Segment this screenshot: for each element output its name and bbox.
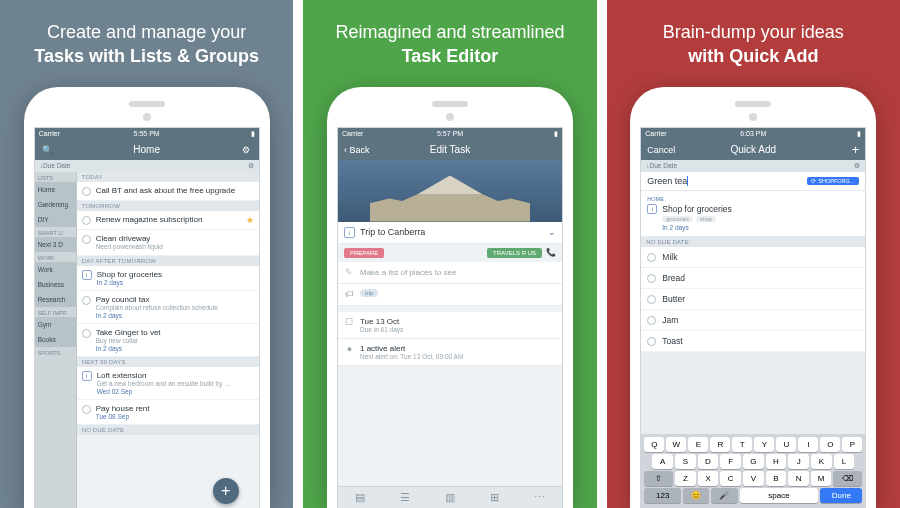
checkbox[interactable] bbox=[82, 329, 91, 338]
settings-icon[interactable]: ⚙ bbox=[239, 145, 253, 155]
key[interactable]: W bbox=[666, 437, 686, 452]
checkbox[interactable] bbox=[82, 187, 91, 196]
done-key[interactable]: Done bbox=[820, 488, 862, 503]
sidebar-item[interactable]: DIY bbox=[35, 212, 76, 227]
tab-3[interactable]: ▥ bbox=[428, 487, 473, 508]
key[interactable]: D bbox=[698, 454, 719, 469]
key[interactable]: A bbox=[652, 454, 673, 469]
123-key[interactable]: 123 bbox=[644, 488, 681, 503]
key[interactable]: O bbox=[820, 437, 840, 452]
sort-bar[interactable]: ↓Due Date ⚙ bbox=[641, 160, 865, 172]
back-button[interactable]: ‹ Back bbox=[344, 145, 370, 155]
task-row[interactable]: iLoft extensionGet a new bedroom and an … bbox=[77, 367, 259, 400]
key[interactable]: S bbox=[675, 454, 696, 469]
task-row[interactable]: iShop for groceriesIn 2 days bbox=[77, 266, 259, 291]
key[interactable]: N bbox=[788, 471, 809, 486]
task-row[interactable]: Pay council taxComplain about refuse col… bbox=[77, 291, 259, 324]
sidebar-item[interactable]: Home bbox=[35, 182, 76, 197]
task-row[interactable]: Renew magazine subscription★ bbox=[77, 211, 259, 230]
sidebar-item[interactable]: Books bbox=[35, 332, 76, 347]
key[interactable]: J bbox=[788, 454, 809, 469]
tab-4[interactable]: ⊞ bbox=[472, 487, 517, 508]
keyboard[interactable]: QWERTYUIOP ASDFGHJKL ⇧ZXCVBNM⌫ 123😊🎤spac… bbox=[641, 434, 865, 508]
key[interactable]: P bbox=[842, 437, 862, 452]
tab-1[interactable]: ▤ bbox=[338, 487, 383, 508]
list-item[interactable]: Bread bbox=[641, 268, 865, 289]
checkbox[interactable] bbox=[82, 405, 91, 414]
key[interactable]: M bbox=[811, 471, 832, 486]
alert-row[interactable]: ● 1 active alert Next alert on: Tue 13 O… bbox=[338, 339, 562, 366]
list-item[interactable]: Milk bbox=[641, 247, 865, 268]
sidebar-item[interactable]: Business bbox=[35, 277, 76, 292]
key[interactable]: C bbox=[720, 471, 741, 486]
checkbox[interactable] bbox=[82, 296, 91, 305]
list-badge[interactable]: ⟳SHOPFORG… bbox=[807, 177, 859, 185]
pill[interactable]: PREPARE bbox=[344, 248, 384, 258]
emoji-key[interactable]: 😊 bbox=[683, 488, 709, 503]
key[interactable]: L bbox=[834, 454, 855, 469]
tab-bar[interactable]: ▤ ☰ ▥ ⊞ ⋯ bbox=[338, 486, 562, 508]
checkbox[interactable] bbox=[647, 337, 656, 346]
sidebar-item[interactable]: Work bbox=[35, 262, 76, 277]
sidebar-item[interactable]: Next 3 D bbox=[35, 237, 76, 252]
note-row[interactable]: ✎ Make a list of places to see bbox=[338, 262, 562, 284]
space-key[interactable]: space bbox=[740, 488, 819, 503]
task-status-icon[interactable]: i bbox=[82, 371, 92, 381]
list-item[interactable]: Toast bbox=[641, 331, 865, 352]
sidebar-item[interactable]: Research bbox=[35, 292, 76, 307]
key[interactable]: E bbox=[688, 437, 708, 452]
key[interactable]: G bbox=[743, 454, 764, 469]
phone-icon[interactable]: 📞 bbox=[546, 248, 556, 258]
key[interactable]: V bbox=[743, 471, 764, 486]
key[interactable]: B bbox=[766, 471, 787, 486]
sidebar-item[interactable]: Gym bbox=[35, 317, 76, 332]
task-row[interactable]: Call BT and ask about the free upgrade bbox=[77, 182, 259, 201]
mic-key[interactable]: 🎤 bbox=[711, 488, 737, 503]
checkbox[interactable] bbox=[647, 274, 656, 283]
sort-bar[interactable]: ↓Due Date ⚙ bbox=[35, 160, 259, 172]
task-row[interactable]: Clean drivewayNeed powerwash liquid bbox=[77, 230, 259, 256]
tag-row[interactable]: 🏷 trip bbox=[338, 284, 562, 306]
key[interactable]: Z bbox=[675, 471, 696, 486]
checkbox[interactable] bbox=[647, 253, 656, 262]
sidebar[interactable]: LISTSHomeGardeningDIYSMART LINext 3 DWOR… bbox=[35, 172, 77, 508]
fab-add-button[interactable]: + bbox=[213, 478, 239, 504]
preview-task[interactable]: HOME i Shop for groceries groceriesshop … bbox=[641, 191, 865, 237]
checkbox[interactable] bbox=[647, 295, 656, 304]
tab-5[interactable]: ⋯ bbox=[517, 487, 562, 508]
gear-icon[interactable]: ⚙ bbox=[248, 162, 254, 170]
list-item[interactable]: Butter bbox=[641, 289, 865, 310]
checkbox[interactable] bbox=[82, 216, 91, 225]
task-status-icon[interactable]: i bbox=[344, 227, 355, 238]
task-row[interactable]: Pay house rentTue 08 Sep bbox=[77, 400, 259, 425]
star-icon[interactable]: ★ bbox=[246, 215, 254, 225]
key[interactable]: I bbox=[798, 437, 818, 452]
key[interactable]: H bbox=[766, 454, 787, 469]
key[interactable]: R bbox=[710, 437, 730, 452]
task-list[interactable]: TODAYCall BT and ask about the free upgr… bbox=[77, 172, 259, 508]
list-item[interactable]: Jam bbox=[641, 310, 865, 331]
sidebar-item[interactable]: Gardening bbox=[35, 197, 76, 212]
task-title-row[interactable]: i Trip to Canberra ⌄ bbox=[338, 222, 562, 244]
gear-icon[interactable]: ⚙ bbox=[854, 162, 860, 170]
quick-add-input[interactable]: Green tea ⟳SHOPFORG… bbox=[641, 172, 865, 192]
task-status-icon[interactable]: i bbox=[82, 270, 92, 280]
key[interactable]: U bbox=[776, 437, 796, 452]
cancel-button[interactable]: Cancel bbox=[647, 145, 675, 155]
key[interactable]: Y bbox=[754, 437, 774, 452]
key[interactable]: Q bbox=[644, 437, 664, 452]
pill[interactable]: TRAVELS R US bbox=[487, 248, 542, 258]
chevron-down-icon[interactable]: ⌄ bbox=[548, 227, 556, 237]
key[interactable]: T bbox=[732, 437, 752, 452]
search-icon[interactable]: 🔍 bbox=[41, 145, 55, 155]
task-row[interactable]: Take Ginger to vetBuy new collarIn 2 day… bbox=[77, 324, 259, 357]
due-date-row[interactable]: ☐ Tue 13 Oct Due in 61 days bbox=[338, 312, 562, 339]
key[interactable]: X bbox=[698, 471, 719, 486]
checkbox[interactable] bbox=[82, 235, 91, 244]
key[interactable]: F bbox=[720, 454, 741, 469]
key[interactable]: K bbox=[811, 454, 832, 469]
checkbox[interactable] bbox=[647, 316, 656, 325]
tag-chip[interactable]: trip bbox=[360, 289, 378, 297]
add-button[interactable]: + bbox=[852, 142, 860, 157]
delete-key[interactable]: ⌫ bbox=[833, 471, 862, 486]
